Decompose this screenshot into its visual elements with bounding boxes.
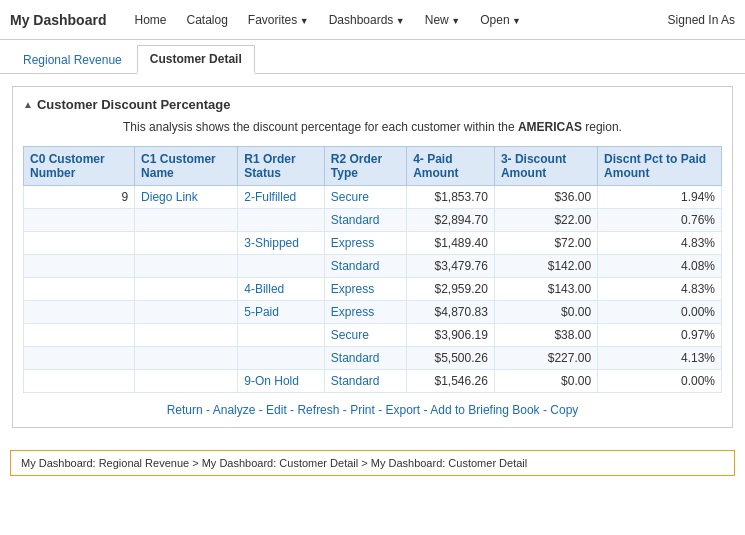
nav-new[interactable]: New [417,9,468,31]
col-header-c1: C1 Customer Name [135,147,238,186]
brand-title: My Dashboard [10,12,106,28]
footer-link-edit[interactable]: Edit [266,403,287,417]
collapse-icon[interactable]: ▲ [23,99,33,110]
cell-c1 [135,255,238,278]
tab-regional-revenue[interactable]: Regional Revenue [10,46,135,73]
cell-c0 [24,324,135,347]
cell-pct: 4.83% [598,278,722,301]
table-row: Standard$2,894.70$22.000.76% [24,209,722,232]
cell-c0 [24,209,135,232]
col-header-pct: Discnt Pct to Paid Amount [598,147,722,186]
footer-separator: - [420,403,430,417]
cell-discount: $36.00 [494,186,597,209]
cell-c0 [24,370,135,393]
table-row: Secure$3,906.19$38.000.97% [24,324,722,347]
cell-c0 [24,278,135,301]
signed-in-label: Signed In As [668,13,735,27]
footer-separator: - [540,403,551,417]
footer-link-print[interactable]: Print [350,403,375,417]
cell-pct: 0.76% [598,209,722,232]
cell-pct: 4.83% [598,232,722,255]
cell-discount: $0.00 [494,370,597,393]
cell-r1: 3-Shipped [238,232,325,255]
cell-c1 [135,370,238,393]
cell-r1 [238,347,325,370]
cell-pct: 0.00% [598,301,722,324]
cell-r1: 4-Billed [238,278,325,301]
nav-favorites[interactable]: Favorites [240,9,317,31]
footer-separator: - [203,403,213,417]
cell-c1 [135,301,238,324]
table-row: 4-BilledExpress$2,959.20$143.004.83% [24,278,722,301]
cell-r1 [238,324,325,347]
cell-r1 [238,255,325,278]
breadcrumb: My Dashboard: Regional Revenue > My Dash… [10,450,735,476]
cell-c1 [135,209,238,232]
nav-catalog[interactable]: Catalog [178,9,235,31]
nav-home[interactable]: Home [126,9,174,31]
cell-discount: $72.00 [494,232,597,255]
footer-link-analyze[interactable]: Analyze [213,403,256,417]
col-header-c0: C0 Customer Number [24,147,135,186]
cell-paid: $3,906.19 [407,324,495,347]
col-header-paid: 4- Paid Amount [407,147,495,186]
cell-r2: Standard [324,347,406,370]
section-box: ▲ Customer Discount Percentage This anal… [12,86,733,428]
cell-discount: $0.00 [494,301,597,324]
desc-region: AMERICAS [518,120,582,134]
cell-r2: Standard [324,255,406,278]
cell-r2: Express [324,232,406,255]
cell-r2: Express [324,301,406,324]
tab-customer-detail[interactable]: Customer Detail [137,45,255,74]
cell-discount: $142.00 [494,255,597,278]
breadcrumb-text: My Dashboard: Regional Revenue > My Dash… [21,457,527,469]
cell-c1 [135,278,238,301]
footer-link-return[interactable]: Return [167,403,203,417]
cell-c1 [135,324,238,347]
footer-link-refresh[interactable]: Refresh [297,403,339,417]
footer-separator: - [255,403,266,417]
section-description: This analysis shows the discount percent… [23,120,722,134]
table-row: Standard$5,500.26$227.004.13% [24,347,722,370]
desc-suffix: region. [582,120,622,134]
footer-separator: - [287,403,298,417]
footer-link-copy[interactable]: Copy [550,403,578,417]
table-row: Standard$3,479.76$142.004.08% [24,255,722,278]
nav-dashboards[interactable]: Dashboards [321,9,413,31]
cell-paid: $1,546.26 [407,370,495,393]
table-row: 3-ShippedExpress$1,489.40$72.004.83% [24,232,722,255]
data-table: C0 Customer Number C1 Customer Name R1 O… [23,146,722,393]
footer-link-export[interactable]: Export [386,403,421,417]
cell-c1 [135,232,238,255]
table-row: 5-PaidExpress$4,870.83$0.000.00% [24,301,722,324]
cell-pct: 1.94% [598,186,722,209]
col-header-r2: R2 Order Type [324,147,406,186]
cell-paid: $1,489.40 [407,232,495,255]
cell-discount: $22.00 [494,209,597,232]
nav-open[interactable]: Open [472,9,529,31]
cell-r2: Secure [324,186,406,209]
cell-c0: 9 [24,186,135,209]
desc-prefix: This analysis shows the discount percent… [123,120,518,134]
col-header-r1: R1 Order Status [238,147,325,186]
cell-discount: $143.00 [494,278,597,301]
cell-pct: 0.00% [598,370,722,393]
footer-links: Return - Analyze - Edit - Refresh - Prin… [23,403,722,417]
cell-paid: $3,479.76 [407,255,495,278]
cell-c0 [24,347,135,370]
table-header-row: C0 Customer Number C1 Customer Name R1 O… [24,147,722,186]
cell-c1: Diego Link [135,186,238,209]
cell-r2: Standard [324,370,406,393]
footer-separator: - [339,403,350,417]
footer-link-add-to-briefing-book[interactable]: Add to Briefing Book [430,403,539,417]
table-row: 9-On HoldStandard$1,546.26$0.000.00% [24,370,722,393]
col-header-discount: 3- Discount Amount [494,147,597,186]
cell-discount: $38.00 [494,324,597,347]
cell-paid: $4,870.83 [407,301,495,324]
top-nav: My Dashboard Home Catalog Favorites Dash… [0,0,745,40]
cell-c0 [24,301,135,324]
cell-c1 [135,347,238,370]
cell-c0 [24,232,135,255]
table-row: 9Diego Link2-FulfilledSecure$1,853.70$36… [24,186,722,209]
section-title: ▲ Customer Discount Percentage [23,97,722,112]
